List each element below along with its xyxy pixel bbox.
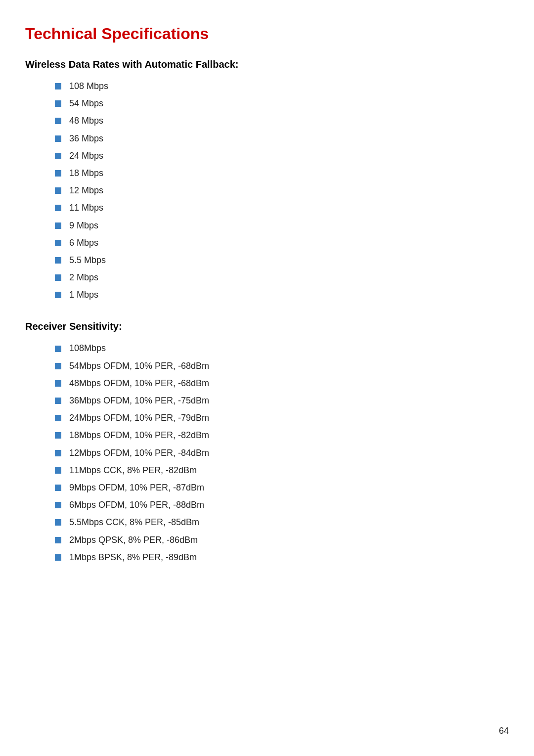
list-item-text: 108Mbps — [69, 342, 106, 355]
bullet-icon — [55, 554, 61, 561]
bullet-icon — [55, 485, 61, 491]
list-item-text: 54Mbps OFDM, 10% PER, -68dBm — [69, 360, 209, 372]
bullet-icon — [55, 292, 61, 298]
bullet-icon — [55, 222, 61, 229]
list-item-text: 5.5Mbps CCK, 8% PER, -85dBm — [69, 516, 199, 529]
list-item-text: 12 Mbps — [69, 184, 103, 197]
bullet-icon — [55, 519, 61, 526]
list-item: 48Mbps OFDM, 10% PER, -68dBm — [55, 377, 509, 390]
list-item-text: 18 Mbps — [69, 167, 103, 179]
list-item-text: 12Mbps OFDM, 10% PER, -84dBm — [69, 447, 209, 459]
wireless-data-rates-list: 108 Mbps54 Mbps48 Mbps36 Mbps24 Mbps18 M… — [55, 80, 509, 301]
page-number: 64 — [499, 726, 509, 736]
list-item-text: 11 Mbps — [69, 202, 103, 214]
list-item: 9Mbps OFDM, 10% PER, -87dBm — [55, 482, 509, 494]
section-heading-receiver-sensitivity: Receiver Sensitivity: — [25, 321, 509, 332]
page: Technical Specifications Wireless Data R… — [0, 0, 534, 756]
list-item-text: 6 Mbps — [69, 237, 98, 249]
list-item: 11Mbps CCK, 8% PER, -82dBm — [55, 464, 509, 477]
bullet-icon — [55, 83, 61, 89]
list-item: 6Mbps OFDM, 10% PER, -88dBm — [55, 499, 509, 511]
section-wireless-data-rates: Wireless Data Rates with Automatic Fallb… — [25, 59, 509, 301]
list-item-text: 54 Mbps — [69, 97, 103, 110]
list-item: 48 Mbps — [55, 115, 509, 127]
bullet-icon — [55, 135, 61, 142]
list-item: 5.5Mbps CCK, 8% PER, -85dBm — [55, 516, 509, 529]
bullet-icon — [55, 118, 61, 124]
list-item: 1Mbps BPSK, 8% PER, -89dBm — [55, 551, 509, 564]
list-item: 54 Mbps — [55, 97, 509, 110]
bullet-icon — [55, 346, 61, 352]
list-item: 108 Mbps — [55, 80, 509, 92]
list-item: 18Mbps OFDM, 10% PER, -82dBm — [55, 429, 509, 442]
list-item: 54Mbps OFDM, 10% PER, -68dBm — [55, 360, 509, 372]
section-heading-wireless-data-rates: Wireless Data Rates with Automatic Fallb… — [25, 59, 509, 70]
bullet-icon — [55, 240, 61, 246]
bullet-icon — [55, 398, 61, 404]
list-item: 9 Mbps — [55, 220, 509, 232]
list-item-text: 48Mbps OFDM, 10% PER, -68dBm — [69, 377, 209, 390]
list-item-text: 24 Mbps — [69, 150, 103, 162]
list-item-text: 2Mbps QPSK, 8% PER, -86dBm — [69, 534, 198, 546]
list-item-text: 11Mbps CCK, 8% PER, -82dBm — [69, 464, 197, 477]
bullet-icon — [55, 100, 61, 107]
bullet-icon — [55, 274, 61, 281]
bullet-icon — [55, 432, 61, 439]
list-item-text: 2 Mbps — [69, 271, 98, 284]
bullet-icon — [55, 153, 61, 159]
list-item-text: 48 Mbps — [69, 115, 103, 127]
bullet-icon — [55, 537, 61, 543]
list-item-text: 36 Mbps — [69, 133, 103, 145]
list-item-text: 24Mbps OFDM, 10% PER, -79dBm — [69, 412, 209, 424]
list-item: 6 Mbps — [55, 237, 509, 249]
list-item: 12Mbps OFDM, 10% PER, -84dBm — [55, 447, 509, 459]
list-item: 1 Mbps — [55, 289, 509, 301]
bullet-icon — [55, 450, 61, 456]
list-item: 36 Mbps — [55, 133, 509, 145]
list-item-text: 108 Mbps — [69, 80, 108, 92]
bullet-icon — [55, 415, 61, 421]
receiver-sensitivity-list: 108Mbps54Mbps OFDM, 10% PER, -68dBm48Mbp… — [55, 342, 509, 563]
list-item: 18 Mbps — [55, 167, 509, 179]
bullet-icon — [55, 187, 61, 194]
list-item: 24 Mbps — [55, 150, 509, 162]
bullet-icon — [55, 257, 61, 264]
list-item-text: 1 Mbps — [69, 289, 98, 301]
list-item: 2 Mbps — [55, 271, 509, 284]
list-item-text: 9Mbps OFDM, 10% PER, -87dBm — [69, 482, 204, 494]
list-item-text: 6Mbps OFDM, 10% PER, -88dBm — [69, 499, 204, 511]
list-item-text: 36Mbps OFDM, 10% PER, -75dBm — [69, 395, 209, 407]
list-item-text: 5.5 Mbps — [69, 254, 106, 267]
page-title: Technical Specifications — [25, 25, 509, 43]
list-item-text: 1Mbps BPSK, 8% PER, -89dBm — [69, 551, 197, 564]
list-item: 108Mbps — [55, 342, 509, 355]
bullet-icon — [55, 502, 61, 508]
bullet-icon — [55, 380, 61, 387]
list-item: 12 Mbps — [55, 184, 509, 197]
bullet-icon — [55, 170, 61, 177]
bullet-icon — [55, 205, 61, 211]
bullet-icon — [55, 363, 61, 369]
list-item: 11 Mbps — [55, 202, 509, 214]
list-item-text: 9 Mbps — [69, 220, 98, 232]
section-receiver-sensitivity: Receiver Sensitivity: 108Mbps54Mbps OFDM… — [25, 321, 509, 563]
list-item: 2Mbps QPSK, 8% PER, -86dBm — [55, 534, 509, 546]
list-item: 5.5 Mbps — [55, 254, 509, 267]
list-item: 36Mbps OFDM, 10% PER, -75dBm — [55, 395, 509, 407]
bullet-icon — [55, 467, 61, 474]
list-item-text: 18Mbps OFDM, 10% PER, -82dBm — [69, 429, 209, 442]
list-item: 24Mbps OFDM, 10% PER, -79dBm — [55, 412, 509, 424]
